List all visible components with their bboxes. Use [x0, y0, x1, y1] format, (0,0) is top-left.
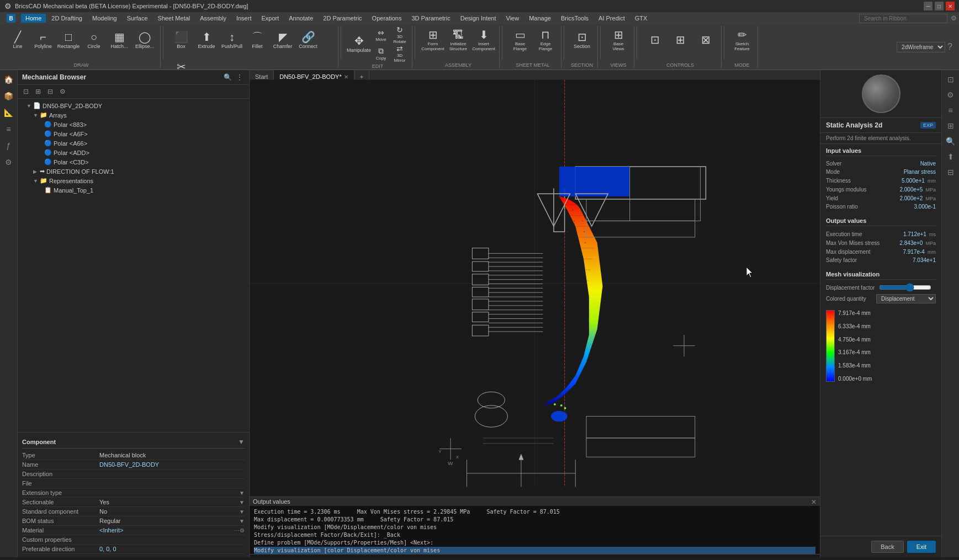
move-tool[interactable]: ⇔ Move	[372, 26, 390, 44]
right-icon-5[interactable]: 🔍	[944, 134, 958, 148]
form-component-tool[interactable]: ⊞ FormComponent	[421, 26, 445, 55]
viewport[interactable]: Start DN50-BFV_2D-BODY* ✕ +	[250, 70, 820, 557]
menu-gtx[interactable]: GTX	[630, 14, 652, 23]
tree-item-polar883[interactable]: 🔵 Polar <883>	[18, 120, 249, 129]
prop-value-name[interactable]: DN50-BFV_2D-BODY	[99, 461, 245, 468]
left-icon-fx[interactable]: ƒ	[2, 138, 16, 153]
menu-view[interactable]: View	[502, 14, 524, 23]
tree-item-polarc3d[interactable]: 🔵 Polar <C3D>	[18, 157, 249, 167]
hatch-tool[interactable]: ▦ Hatch...	[107, 26, 131, 55]
maximize-button[interactable]: □	[935, 2, 944, 10]
left-icon-model[interactable]: 📦	[2, 89, 16, 103]
circle-tool[interactable]: ○ Circle	[82, 26, 106, 55]
minimize-button[interactable]: ─	[924, 2, 932, 10]
material-settings-icon[interactable]: ⚙	[240, 527, 245, 534]
chamfer-tool[interactable]: ◤ Chamfer	[271, 26, 295, 55]
close-button[interactable]: ✕	[946, 2, 955, 10]
manipulate-tool[interactable]: ✥ Manipulate	[347, 30, 371, 58]
left-icon-home[interactable]: 🏠	[2, 72, 16, 87]
output-close-button[interactable]: ✕	[811, 498, 817, 506]
sidebar-search-button[interactable]: 🔍	[222, 72, 232, 82]
menu-export[interactable]: Export	[257, 14, 283, 23]
output-content[interactable]: Execution time = 3.2306 ms Max Von Mises…	[250, 506, 820, 554]
tree-item-representations[interactable]: ▼ 📁 Representations	[18, 176, 249, 185]
material-more-button[interactable]: ⋯	[234, 527, 240, 534]
menu-assembly[interactable]: Assembly	[195, 14, 231, 23]
controls-3-tool[interactable]: ⊠	[693, 26, 718, 55]
sidebar-filter-button[interactable]: ⊟	[45, 87, 55, 97]
menu-2d-drafting[interactable]: 2D Drafting	[47, 14, 87, 23]
menu-ai-predict[interactable]: AI Predict	[594, 14, 629, 23]
extrude-tool[interactable]: ⬆ Extrude	[194, 26, 219, 55]
box-tool[interactable]: ⬛ Box	[169, 26, 193, 55]
prop-value-material[interactable]: <Inherit>	[99, 527, 234, 534]
line-tool[interactable]: ╱ Line	[6, 26, 30, 55]
menu-manage[interactable]: Manage	[524, 14, 555, 23]
rectangle-tool[interactable]: □ Rectangle	[56, 26, 81, 55]
menu-operations[interactable]: Operations	[368, 14, 406, 23]
rotate3d-tool[interactable]: ↻ 3D Rotate	[391, 26, 409, 44]
right-icon-7[interactable]: ⊟	[944, 165, 958, 179]
tree-item-manual-top[interactable]: 📋 Manual_Top_1	[18, 185, 249, 195]
command-input[interactable]	[253, 556, 817, 557]
polyline-tool[interactable]: ⌐ Polyline	[31, 26, 55, 55]
left-icon-settings[interactable]: ⚙	[2, 155, 16, 169]
pushpull-tool[interactable]: ↕ Push/Pull	[220, 26, 244, 55]
base-flange-tool[interactable]: ▭ BaseFlange	[508, 26, 532, 55]
menu-2d-parametric[interactable]: 2D Parametric	[319, 14, 366, 23]
sidebar-menu-button[interactable]: ⋮	[235, 72, 245, 82]
sketch-feature-tool[interactable]: ✏ SketchFeature	[730, 26, 754, 55]
displacement-slider[interactable]	[879, 283, 931, 292]
right-icon-4[interactable]: ⊞	[944, 119, 958, 133]
right-icon-2[interactable]: ⚙	[944, 88, 958, 102]
menu-annotate[interactable]: Annotate	[284, 14, 317, 23]
tree-item-direction[interactable]: ▶ ➡ DIRECTION OF FLOW:1	[18, 167, 249, 176]
controls-1-tool[interactable]: ⊡	[643, 26, 667, 55]
menu-file[interactable]: B	[2, 13, 20, 24]
menu-bricstools[interactable]: BricsTools	[557, 14, 593, 23]
exit-button[interactable]: Exit	[907, 541, 936, 553]
fillet-tool[interactable]: ⌒ Fillet	[245, 26, 269, 55]
mesh-canvas[interactable]: W X Y	[250, 70, 820, 497]
ribbon-search[interactable]	[859, 14, 947, 23]
connect-tool[interactable]: 🔗 Connect	[296, 26, 320, 55]
mirror3d-tool[interactable]: ⇄ 3D Mirror	[391, 45, 409, 62]
menu-design-intent[interactable]: Design Intent	[456, 14, 501, 23]
tree-item-polaradd[interactable]: 🔵 Polar <ADD>	[18, 148, 249, 157]
left-icon-layers[interactable]: ≡	[2, 122, 16, 136]
settings-icon[interactable]: ⚙	[951, 14, 957, 22]
menu-home[interactable]: Home	[21, 14, 46, 23]
menu-modeling[interactable]: Modeling	[88, 14, 121, 23]
tree-item-root[interactable]: ▼ 📄 DN50-BFV_2D-BODY	[18, 101, 249, 110]
right-icon-3[interactable]: ≡	[944, 103, 958, 118]
properties-expand-button[interactable]: ▼	[238, 438, 245, 446]
right-icon-1[interactable]: ⊡	[944, 72, 958, 87]
insert-component-tool[interactable]: ⬇ InsertComponent	[471, 26, 496, 55]
colored-quantity-select[interactable]: Displacement Von Mises Stress	[876, 294, 936, 303]
base-views-tool[interactable]: ⊞ BaseViews	[606, 26, 630, 55]
sectionable-dropdown[interactable]: ▼	[239, 499, 245, 505]
menu-sheet-metal[interactable]: Sheet Metal	[153, 14, 195, 23]
tree-item-polara66[interactable]: 🔵 Polar <A66>	[18, 138, 249, 148]
prop-value-preferable-direction[interactable]: 0, 0, 0	[99, 546, 245, 552]
init-structure-tool[interactable]: 🏗 InitializeStructure	[446, 26, 470, 55]
tree-item-polara6f[interactable]: 🔵 Polar <A6F>	[18, 129, 249, 138]
help-button[interactable]: ?	[947, 42, 952, 52]
menu-surface[interactable]: Surface	[123, 14, 152, 23]
right-icon-6[interactable]: ⬆	[944, 150, 958, 164]
back-button[interactable]: Back	[871, 541, 903, 553]
extension-type-dropdown[interactable]: ▼	[239, 490, 245, 496]
section-tool[interactable]: ⊡ Section	[570, 26, 594, 55]
left-icon-2d[interactable]: 📐	[2, 105, 16, 120]
menu-insert[interactable]: Insert	[232, 14, 256, 23]
standard-component-dropdown[interactable]: ▼	[239, 509, 245, 515]
tree-item-arrays[interactable]: ▼ 📁 Arrays	[18, 110, 249, 120]
sidebar-expand-button[interactable]: ⊞	[33, 87, 43, 97]
sidebar-collapse-button[interactable]: ⊡	[21, 87, 31, 97]
bom-status-dropdown[interactable]: ▼	[239, 518, 245, 524]
controls-2-tool[interactable]: ⊞	[668, 26, 692, 55]
copy-tool[interactable]: ⧉ Copy	[372, 45, 390, 62]
menu-3d-parametric[interactable]: 3D Parametric	[407, 14, 454, 23]
view-mode-select[interactable]: 2dWireframe 3dWireframe Realistic	[897, 42, 945, 52]
sidebar-config-button[interactable]: ⚙	[57, 87, 67, 97]
